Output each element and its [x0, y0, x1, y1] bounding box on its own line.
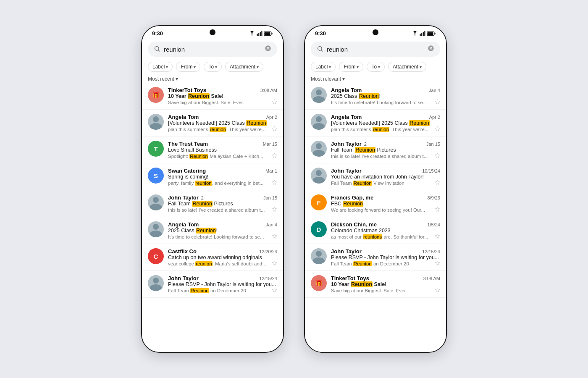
camera-notch — [373, 29, 378, 35]
email-subject: Spring is coming! — [168, 174, 277, 180]
star-icon[interactable] — [435, 207, 440, 213]
filter-arrow-icon: ▾ — [194, 65, 196, 69]
camera-notch — [210, 29, 215, 35]
email-content: Francis Gap, me8/9/23FBC ReunionWe are l… — [331, 194, 440, 213]
star-icon[interactable] — [272, 234, 277, 240]
email-content: The Trust TeamMar 15Love Small BusinessS… — [168, 141, 277, 160]
email-item[interactable]: John Taylor12/15/24Please RSVP - John Ta… — [142, 271, 283, 298]
email-subject: Love Small Business — [168, 147, 277, 153]
email-subject: 2025 Class Reunion! — [331, 93, 440, 99]
search-bar[interactable]: reunion — [148, 42, 277, 57]
star-icon[interactable] — [272, 153, 277, 160]
filter-chip-from[interactable]: From ▾ — [339, 62, 363, 72]
star-icon[interactable] — [272, 126, 277, 133]
email-date: Mar 15 — [263, 142, 277, 147]
email-sender: Angela Tom — [331, 87, 362, 93]
filter-chip-attachment[interactable]: Attachment ▾ — [225, 62, 263, 72]
email-preview-text: this is so late! I've created a shared a… — [168, 207, 269, 213]
star-icon[interactable] — [435, 153, 440, 160]
phone-left: 9:30reunionLabel ▾From ▾To ▾Attachment ▾… — [141, 25, 284, 353]
email-sender: The Trust Team — [168, 141, 208, 147]
star-icon[interactable] — [435, 99, 440, 106]
email-content: John Taylor12/15/24Please RSVP - John Ta… — [331, 248, 440, 267]
email-date: Jan 4 — [429, 88, 440, 93]
sort-label[interactable]: Most recent ▾ — [148, 76, 277, 82]
email-item[interactable]: CCastflix Co12/20/24Catch up on two awar… — [142, 244, 283, 271]
sort-arrow-icon: ▾ — [176, 76, 178, 82]
email-date: 12/15/24 — [259, 276, 277, 281]
filter-chip-label[interactable]: Label ▾ — [148, 62, 173, 72]
star-icon[interactable] — [435, 287, 440, 294]
filter-arrow-icon: ▾ — [215, 65, 217, 69]
email-preview-text: Save big at our Biggest. Sale. Ever. — [168, 100, 269, 105]
email-item[interactable]: TThe Trust TeamMar 15Love Small Business… — [142, 136, 283, 163]
email-sender-count: 2 — [200, 195, 204, 200]
email-item[interactable]: John Taylor 2Jan 15Fall Team Reunion Pic… — [305, 136, 446, 163]
filter-chip-label[interactable]: Label ▾ — [311, 62, 336, 72]
star-icon[interactable] — [272, 99, 277, 106]
email-top-row: Angela TomJan 4 — [331, 87, 440, 93]
email-top-row: Francis Gap, me8/9/23 — [331, 194, 440, 201]
email-item[interactable]: 🎁TinkerTot Toys3:08 AM10 Year Reunion Sa… — [305, 271, 446, 298]
filter-label: Label — [315, 64, 328, 70]
email-item[interactable]: Angela TomApr 2[Volunteers Needed!] 2025… — [305, 110, 446, 136]
email-list: Angela TomJan 42025 Class Reunion!It's t… — [305, 83, 446, 352]
email-content: John Taylor 2Jan 15Fall Team Reunion Pic… — [331, 141, 440, 160]
email-top-row: TinkerTot Toys3:08 AM — [168, 87, 277, 93]
search-bar[interactable]: reunion — [311, 42, 440, 57]
email-top-row: Angela TomApr 2 — [168, 114, 277, 120]
email-item[interactable]: John Taylor10/15/24You have an invitatio… — [305, 163, 446, 190]
star-icon[interactable] — [272, 260, 277, 267]
search-icon — [317, 45, 323, 53]
filter-chip-to[interactable]: To ▾ — [204, 62, 222, 72]
filter-chip-attachment[interactable]: Attachment ▾ — [388, 62, 426, 72]
email-subject: FBC Reunion — [331, 201, 440, 207]
email-item[interactable]: FFrancis Gap, me8/9/23FBC ReunionWe are … — [305, 190, 446, 217]
email-item[interactable]: Angela TomApr 2[Volunteers Needed!] 2025… — [142, 110, 283, 136]
email-top-row: John Taylor 2Jan 15 — [331, 141, 440, 147]
filter-label: To — [371, 64, 377, 70]
email-content: Swan CateringMar 1Spring is coming!party… — [168, 168, 277, 186]
avatar — [148, 194, 164, 210]
email-sender: John Taylor — [168, 275, 199, 281]
email-preview: year college reunion, Maria's self doubt… — [168, 260, 277, 267]
email-preview-text: It's time to celebrate! Looking forward … — [331, 100, 432, 105]
svg-rect-2 — [258, 33, 259, 36]
email-preview: this is so late! I've created a shared a… — [168, 207, 277, 213]
email-date: 8/9/23 — [427, 195, 440, 200]
sort-label[interactable]: Most relevant ▾ — [311, 76, 440, 82]
svg-rect-17 — [427, 32, 433, 34]
email-sender: John Taylor — [331, 168, 362, 174]
email-preview-text: We are looking forward to seeing you! Ou… — [331, 207, 432, 213]
status-time: 9:30 — [152, 30, 163, 37]
star-icon[interactable] — [272, 287, 277, 294]
email-top-row: John Taylor12/15/24 — [168, 275, 277, 281]
filter-chip-from[interactable]: From ▾ — [176, 62, 200, 72]
filter-arrow-icon: ▾ — [166, 65, 168, 69]
email-item[interactable]: SSwan CateringMar 1Spring is coming!part… — [142, 163, 283, 190]
email-item[interactable]: DDickson Chin, me1/5/24Colorado Christma… — [305, 217, 446, 244]
email-item[interactable]: Angela TomJan 42025 Class Reunion!It's t… — [142, 217, 283, 244]
filter-chip-to[interactable]: To ▾ — [367, 62, 385, 72]
star-icon[interactable] — [435, 180, 440, 186]
email-sender: Angela Tom — [331, 114, 362, 120]
star-icon[interactable] — [435, 234, 440, 240]
email-date: 1/5/24 — [427, 222, 440, 227]
search-input[interactable]: reunion — [327, 46, 424, 53]
search-clear-button[interactable] — [428, 45, 434, 53]
filter-arrow-icon: ▾ — [329, 65, 331, 69]
email-item[interactable]: Angela TomJan 42025 Class Reunion!It's t… — [305, 83, 446, 110]
star-icon[interactable] — [435, 126, 440, 133]
search-input[interactable]: reunion — [164, 46, 261, 53]
email-item[interactable]: John Taylor12/15/24Please RSVP - John Ta… — [305, 244, 446, 271]
star-icon[interactable] — [435, 260, 440, 267]
search-clear-button[interactable] — [265, 45, 271, 53]
star-icon[interactable] — [272, 180, 277, 186]
star-icon[interactable] — [272, 207, 277, 213]
avatar: D — [311, 221, 327, 237]
email-preview: We are looking forward to seeing you! Ou… — [331, 207, 440, 213]
email-item[interactable]: 🎁TinkerTot Toys3:08 AM10 Year Reunion Sa… — [142, 83, 283, 110]
avatar: 🎁 — [311, 275, 327, 291]
email-date: Jan 4 — [266, 222, 277, 227]
email-item[interactable]: John Taylor 2Jan 15Fall Team Reunion Pic… — [142, 190, 283, 217]
